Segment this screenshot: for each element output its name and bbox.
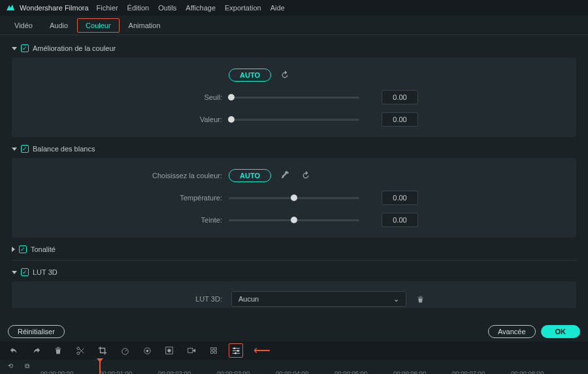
svg-point-9 xyxy=(237,350,238,352)
menu-export[interactable]: Exportation xyxy=(225,4,261,12)
tick-label: 00:00:06:00 xyxy=(393,369,426,374)
timeline-ruler[interactable]: ⟲ ⧉ 00:00:00:00 00:00:01:00 00:00:02:00 … xyxy=(0,360,588,374)
property-tabs: Vidéo Audio Couleur Animation xyxy=(0,16,588,35)
title-bar: Wondershare Filmora Fichier Édition Outi… xyxy=(0,0,588,16)
tick-label: 00:00:03:00 xyxy=(217,369,250,374)
slider-seuil[interactable] xyxy=(229,97,359,99)
value-temperature[interactable]: 0.00 xyxy=(382,191,418,205)
svg-point-0 xyxy=(76,347,79,349)
tab-audio[interactable]: Audio xyxy=(42,19,76,32)
section-title: LUT 3D xyxy=(33,268,57,276)
tick-label: 00:00:04:00 xyxy=(276,369,308,374)
greenscreen-icon[interactable] xyxy=(162,343,176,358)
tab-video[interactable]: Vidéo xyxy=(7,19,41,32)
section-header-color-enhance[interactable]: ✓ Amélioration de la couleur xyxy=(12,42,576,55)
undo-icon[interactable] xyxy=(7,343,21,358)
auto-button-wb[interactable]: AUTO xyxy=(229,169,271,182)
svg-point-1 xyxy=(76,352,79,354)
svg-point-6 xyxy=(167,349,171,352)
panel-footer: Réinitialiser Avancée OK xyxy=(0,322,588,341)
svg-point-8 xyxy=(233,347,235,349)
color-icon[interactable] xyxy=(140,343,154,358)
reset-icon[interactable] xyxy=(299,168,313,183)
value-seuil[interactable]: 0.00 xyxy=(382,90,418,104)
label-choose-color: Choisissez la couleur: xyxy=(12,172,229,179)
section-body: AUTO Seuil: 0.00 Valeur: 0.00 xyxy=(12,57,576,137)
properties-panel: ✓ Amélioration de la couleur AUTO Seuil:… xyxy=(0,35,588,308)
section-body: LUT 3D: Aucun ⌄ xyxy=(12,281,576,308)
caret-down-icon xyxy=(12,148,17,151)
marker-icon[interactable] xyxy=(206,343,221,358)
highlight-arrow-icon: ⟵ xyxy=(253,343,270,358)
split-icon[interactable] xyxy=(73,343,88,358)
tick-label: 00:00:08:00 xyxy=(511,369,544,374)
checkbox-white-balance[interactable]: ✓ xyxy=(21,145,29,153)
ok-button[interactable]: OK xyxy=(541,325,581,338)
menu-edit[interactable]: Édition xyxy=(127,4,150,12)
main-menu: Fichier Édition Outils Affichage Exporta… xyxy=(97,4,285,12)
crop-icon[interactable] xyxy=(95,343,110,358)
tick-label: 00:00:01:00 xyxy=(99,369,132,374)
tick-label: 00:00:05:00 xyxy=(335,369,367,374)
label-temperature: Température: xyxy=(12,194,229,202)
ruler-link-icon[interactable]: ⧉ xyxy=(25,362,29,370)
reset-icon[interactable] xyxy=(278,68,292,82)
caret-down-icon xyxy=(12,47,17,50)
tick-label: 00:00:02:00 xyxy=(158,369,191,374)
adjust-icon[interactable] xyxy=(229,343,243,358)
tab-color[interactable]: Couleur xyxy=(77,18,120,33)
delete-icon[interactable] xyxy=(51,343,65,358)
menu-tools[interactable]: Outils xyxy=(158,4,176,12)
auto-button[interactable]: AUTO xyxy=(229,69,271,82)
value-teinte[interactable]: 0.00 xyxy=(382,213,418,227)
redo-icon[interactable] xyxy=(29,343,43,358)
menu-file[interactable]: Fichier xyxy=(97,4,118,12)
section-title: Balance des blancs xyxy=(33,145,95,153)
tick-label: 00:00:00:00 xyxy=(41,369,73,374)
slider-temperature[interactable] xyxy=(229,197,359,199)
label-teinte: Teinte: xyxy=(12,216,229,224)
value-valeur[interactable]: 0.00 xyxy=(382,112,418,127)
ruler-zoom-icon[interactable]: ⟲ xyxy=(8,362,13,369)
chevron-down-icon: ⌄ xyxy=(393,295,399,304)
menu-help[interactable]: Aide xyxy=(270,4,285,12)
section-header-white-balance[interactable]: ✓ Balance des blancs xyxy=(12,142,576,155)
section-lut3d: ✓ LUT 3D LUT 3D: Aucun ⌄ xyxy=(12,266,576,308)
section-header-tonalite[interactable]: ✓ Tonalité xyxy=(12,243,576,256)
checkbox-tonalite[interactable]: ✓ xyxy=(19,245,27,253)
app-logo-icon xyxy=(5,3,16,13)
record-icon[interactable] xyxy=(184,343,199,358)
caret-down-icon xyxy=(12,271,17,274)
caret-right-icon xyxy=(12,247,15,252)
app-name: Wondershare Filmora xyxy=(20,4,89,12)
svg-point-4 xyxy=(146,349,148,352)
speed-icon[interactable] xyxy=(118,343,132,358)
label-valeur: Valeur: xyxy=(12,116,229,123)
slider-teinte[interactable] xyxy=(229,219,359,221)
checkbox-lut3d[interactable]: ✓ xyxy=(21,268,29,276)
label-seuil: Seuil: xyxy=(12,93,229,101)
select-value: Aucun xyxy=(238,295,259,303)
eyedropper-icon[interactable] xyxy=(278,168,292,183)
svg-point-10 xyxy=(235,352,237,354)
slider-valeur[interactable] xyxy=(229,119,359,121)
section-title: Amélioration de la couleur xyxy=(33,44,116,52)
section-header-lut3d[interactable]: ✓ LUT 3D xyxy=(12,266,576,279)
reset-all-button[interactable]: Réinitialiser xyxy=(8,325,65,338)
timeline-toolbar: ⟵ xyxy=(0,341,588,360)
section-color-enhancement: ✓ Amélioration de la couleur AUTO Seuil:… xyxy=(12,42,576,137)
menu-view[interactable]: Affichage xyxy=(186,4,216,12)
checkbox-color-enhance[interactable]: ✓ xyxy=(21,44,29,52)
section-tonalite: ✓ Tonalité xyxy=(12,243,576,260)
tick-label: 00:00:07:00 xyxy=(452,369,485,374)
advanced-button[interactable]: Avancée xyxy=(488,325,536,338)
playhead[interactable] xyxy=(99,360,101,374)
section-body: Choisissez la couleur: AUTO Température:… xyxy=(12,158,576,238)
section-title: Tonalité xyxy=(31,245,56,253)
tab-animation[interactable]: Animation xyxy=(121,19,169,32)
svg-rect-7 xyxy=(188,349,193,353)
select-lut3d[interactable]: Aucun ⌄ xyxy=(231,291,406,307)
label-lut3d: LUT 3D: xyxy=(12,295,229,303)
trash-icon[interactable] xyxy=(413,292,427,306)
section-white-balance: ✓ Balance des blancs Choisissez la coule… xyxy=(12,142,576,238)
